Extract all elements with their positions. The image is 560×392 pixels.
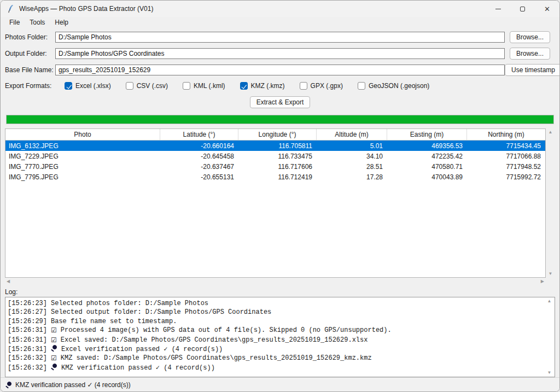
cell-altitude: 34.10 (317, 151, 387, 161)
log-timestamp: [15:26:29] (8, 318, 47, 325)
csv-checkbox[interactable] (126, 82, 133, 90)
log-message: Base file name set to timestamp. (51, 318, 177, 325)
check-icon (51, 354, 57, 363)
log-line: [15:26:27]Selected output folder: D:/Sam… (8, 308, 542, 317)
cell-latitude: -20.637467 (160, 161, 238, 172)
kmz-checkbox[interactable] (240, 82, 248, 90)
log-label: Log: (5, 288, 555, 296)
maximize-icon (520, 7, 525, 11)
photos-folder-label: Photos Folder: (5, 33, 55, 41)
photos-folder-input[interactable] (55, 32, 505, 43)
magnifier-icon (51, 345, 57, 352)
cell-northing: 7717948.52 (467, 161, 545, 172)
column-header-photo[interactable]: Photo (5, 129, 160, 140)
log-line: [15:26:31]Excel verification passed ✓ (4… (8, 345, 542, 354)
export-option-xlsx[interactable]: Excel (.xlsx) (65, 82, 111, 90)
window-title: WiseApps — Photo GPS Data Extractor (V01… (19, 5, 153, 13)
column-header-altitude[interactable]: Altitude (m) (317, 129, 387, 140)
feather-app-icon (6, 4, 15, 13)
gpx-checkbox[interactable] (300, 82, 307, 90)
window-controls: ✕ (486, 1, 559, 17)
column-header-northing[interactable]: Northing (m) (467, 129, 545, 140)
form-area: Photos Folder: Browse... Output Folder: … (1, 28, 559, 75)
results-table-zone: Photo Latitude (°) Longitude (°) Altitud… (5, 128, 555, 285)
results-table: Photo Latitude (°) Longitude (°) Altitud… (5, 128, 546, 278)
column-header-easting[interactable]: Easting (m) (387, 129, 467, 140)
output-folder-row: Output Folder: Browse... (5, 48, 555, 59)
cell-northing: 7715992.72 (467, 172, 545, 182)
use-timestamp-button[interactable]: Use timestamp (505, 64, 560, 76)
table-horizontal-scrollbar[interactable]: ◀ ▶ (5, 278, 546, 285)
export-option-kml[interactable]: KML (.kml) (183, 82, 225, 90)
kml-checkbox-label: KML (.kml) (194, 82, 225, 90)
export-option-geojson[interactable]: GeoJSON (.geojson) (358, 82, 429, 90)
scroll-right-icon[interactable]: ▶ (541, 279, 544, 284)
extract-button-row: Extract & Export (1, 96, 559, 108)
log-text-area[interactable]: [15:26:23]Selected photos folder: D:/Sam… (5, 297, 555, 377)
cell-easting: 472235.42 (387, 151, 467, 161)
log-timestamp: [15:26:31] (8, 326, 47, 334)
cell-photo: IMG_6132.JPEG (5, 141, 160, 151)
table-vertical-scrollbar[interactable]: ▲ ▼ (546, 128, 555, 278)
table-row[interactable]: IMG_7795.JPEG -20.655131 116.712419 17.2… (5, 172, 545, 182)
photos-browse-button[interactable]: Browse... (510, 31, 550, 43)
column-header-longitude[interactable]: Longitude (°) (238, 129, 317, 140)
check-icon (51, 336, 57, 345)
cell-photo: IMG_7770.JPEG (5, 161, 160, 172)
close-icon: ✕ (544, 5, 550, 13)
scroll-down-icon[interactable]: ▼ (547, 371, 552, 375)
export-option-gpx[interactable]: GPX (.gpx) (300, 82, 343, 90)
base-file-name-input[interactable] (55, 65, 505, 75)
log-vertical-scrollbar[interactable]: ▲ ▼ (545, 298, 554, 376)
scroll-down-icon[interactable]: ▼ (549, 272, 553, 276)
cell-photo: IMG_7795.JPEG (5, 172, 160, 182)
scroll-up-icon[interactable]: ▲ (549, 130, 553, 134)
geojson-checkbox-label: GeoJSON (.geojson) (369, 82, 429, 90)
status-bar: KMZ verification passed ✓ (4 record(s)) (1, 377, 559, 391)
export-option-csv[interactable]: CSV (.csv) (126, 82, 168, 90)
progress-bar-fill (7, 115, 553, 124)
log-message: Excel saved: D:/Sample Photos/GPS Coordi… (61, 336, 368, 344)
cell-altitude: 5.01 (317, 141, 387, 151)
cell-latitude: -20.660164 (160, 141, 238, 151)
log-line: [15:26:32]KMZ saved: D:/Sample Photos/GP… (8, 354, 542, 363)
menu-bar: File Tools Help (1, 17, 559, 28)
xlsx-checkbox-label: Excel (.xlsx) (75, 82, 111, 90)
cell-altitude: 28.51 (317, 161, 387, 172)
table-row[interactable]: IMG_6132.JPEG -20.660164 116.705811 5.01… (5, 141, 545, 151)
log-line: [15:26:32]KMZ verification passed ✓ (4 r… (8, 364, 542, 372)
cell-longitude: 116.717606 (238, 161, 317, 172)
csv-checkbox-label: CSV (.csv) (137, 82, 168, 90)
cell-photo: IMG_7229.JPEG (5, 151, 160, 161)
scroll-up-icon[interactable]: ▲ (547, 299, 552, 303)
extract-export-button[interactable]: Extract & Export (250, 96, 311, 108)
output-browse-button[interactable]: Browse... (510, 48, 550, 60)
table-row[interactable]: IMG_7229.JPEG -20.645458 116.733475 34.1… (5, 151, 545, 161)
xlsx-checkbox[interactable] (65, 82, 72, 90)
maximize-button[interactable] (510, 1, 535, 17)
log-line: [15:26:29]Base file name set to timestam… (8, 317, 542, 326)
check-icon (51, 326, 57, 335)
output-folder-input[interactable] (55, 48, 505, 59)
close-button[interactable]: ✕ (535, 1, 559, 17)
minimize-button[interactable] (486, 1, 510, 17)
scroll-left-icon[interactable]: ◀ (7, 279, 10, 284)
column-header-latitude[interactable]: Latitude (°) (160, 129, 238, 140)
progress-bar (6, 115, 554, 124)
cell-easting: 469356.53 (387, 141, 467, 151)
export-option-kmz[interactable]: KMZ (.kmz) (240, 82, 285, 90)
kmz-checkbox-label: KMZ (.kmz) (251, 82, 285, 90)
log-message: Excel verification passed ✓ (4 record(s)… (61, 346, 223, 353)
menu-file[interactable]: File (5, 17, 25, 28)
log-message: KMZ saved: D:/Sample Photos/GPS Coordina… (61, 354, 372, 362)
kml-checkbox[interactable] (183, 82, 190, 90)
status-text: KMZ verification passed ✓ (4 record(s)) (15, 381, 131, 389)
app-window: WiseApps — Photo GPS Data Extractor (V01… (0, 0, 560, 392)
geojson-checkbox[interactable] (358, 82, 365, 90)
log-line: [15:26:23]Selected photos folder: D:/Sam… (8, 299, 542, 308)
cell-longitude: 116.705811 (238, 141, 317, 151)
menu-help[interactable]: Help (50, 17, 74, 28)
menu-tools[interactable]: Tools (25, 17, 50, 28)
log-timestamp: [15:26:31] (8, 346, 47, 353)
table-row[interactable]: IMG_7770.JPEG -20.637467 116.717606 28.5… (5, 161, 545, 172)
